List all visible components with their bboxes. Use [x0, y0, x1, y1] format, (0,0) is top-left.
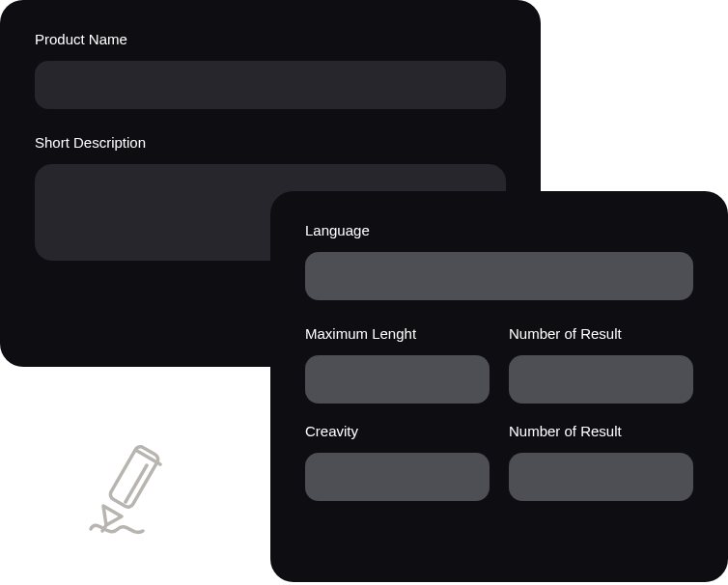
number-of-result-2-input[interactable]: [509, 453, 693, 501]
maximum-length-label: Maximum Lenght: [305, 325, 490, 342]
number-of-result-1-label: Number of Result: [509, 325, 693, 342]
creativity-label: Creavity: [305, 423, 490, 439]
creativity-input[interactable]: [305, 453, 490, 501]
form-card-front: Language Maximum Lenght Number of Result…: [270, 191, 728, 582]
product-name-label: Product Name: [35, 31, 506, 47]
language-label: Language: [305, 222, 693, 238]
row-1: Maximum Lenght Number of Result: [305, 325, 693, 423]
pencil-doodle-icon: [83, 432, 199, 548]
maximum-length-input[interactable]: [305, 355, 490, 404]
svg-rect-0: [108, 445, 160, 510]
language-input[interactable]: [305, 252, 693, 300]
col-number-result-1: Number of Result: [509, 325, 693, 423]
row-2: Creavity Number of Result: [305, 423, 693, 520]
number-of-result-2-label: Number of Result: [509, 423, 693, 439]
short-description-label: Short Description: [35, 134, 506, 151]
col-number-result-2: Number of Result: [509, 423, 693, 520]
col-creativity: Creavity: [305, 423, 490, 520]
product-name-input[interactable]: [35, 61, 506, 109]
col-max-length: Maximum Lenght: [305, 325, 490, 423]
number-of-result-1-input[interactable]: [509, 355, 693, 404]
